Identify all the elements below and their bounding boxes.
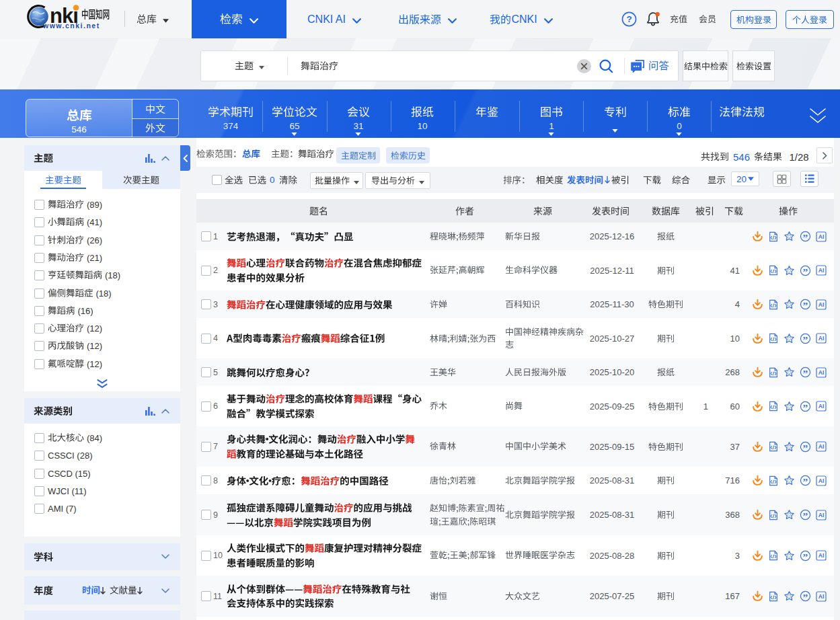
svg-text:AI: AI (818, 477, 825, 484)
svg-text:”: ” (803, 510, 808, 520)
svg-text:?: ? (626, 14, 632, 24)
svg-text:”: ” (803, 232, 808, 242)
svg-text:AI: AI (818, 443, 825, 450)
svg-text:AI: AI (818, 369, 825, 376)
svg-text:AI: AI (818, 301, 825, 308)
svg-text:AI: AI (818, 593, 825, 600)
svg-text:AI: AI (818, 403, 825, 410)
svg-text:”: ” (803, 300, 808, 310)
svg-text:AI: AI (818, 552, 825, 559)
svg-text:”: ” (803, 476, 808, 486)
svg-text:”: ” (803, 551, 808, 561)
svg-text:”: ” (803, 442, 808, 452)
svg-text:AI: AI (818, 267, 825, 274)
svg-text:”: ” (803, 368, 808, 378)
svg-text:”: ” (803, 592, 808, 602)
svg-text:”: ” (803, 266, 808, 276)
svg-text:”: ” (803, 334, 808, 344)
svg-text:AI: AI (818, 233, 825, 240)
svg-text:”: ” (803, 401, 808, 412)
svg-text:AI: AI (818, 335, 825, 342)
svg-text:AI: AI (818, 512, 825, 518)
